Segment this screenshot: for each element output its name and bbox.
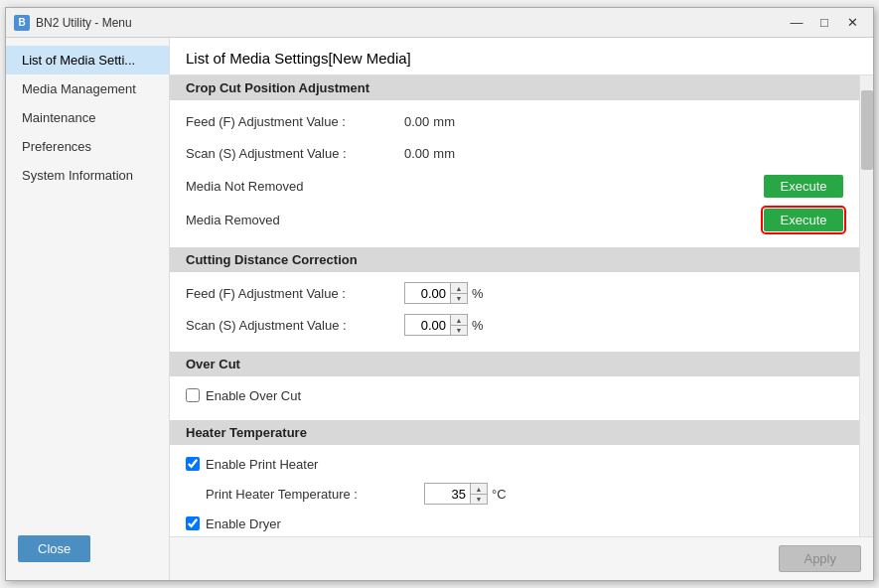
sidebar-bottom: Close	[6, 525, 169, 572]
print-heater-temp-spinner: ▲ ▼	[424, 483, 488, 505]
media-not-removed-execute-button[interactable]: Execute	[764, 175, 843, 198]
media-removed-execute-button[interactable]: Execute	[764, 209, 843, 231]
sidebar-item-system-information[interactable]: System Information	[6, 161, 169, 190]
sidebar-item-preferences[interactable]: Preferences	[6, 132, 169, 161]
print-heater-temp-row: Print Heater Temperature : ▲ ▼ °C	[186, 481, 843, 507]
section-heater-temperature-body: Enable Print Heater Print Heater Tempera…	[170, 445, 859, 536]
cutting-scan-up-arrow[interactable]: ▲	[451, 315, 467, 325]
cutting-feed-down-arrow[interactable]: ▼	[451, 293, 467, 303]
sidebar-item-media-management[interactable]: Media Management	[6, 74, 169, 103]
footer: Apply	[170, 536, 873, 580]
cutting-scan-row: Scan (S) Adjustment Value : ▲ ▼ %	[186, 312, 843, 338]
scrollbar-track[interactable]	[859, 75, 873, 536]
content-area: List of Media Setti... Media Management …	[6, 38, 873, 580]
media-removed-row: Media Removed Execute	[186, 206, 843, 233]
section-heater-temperature-header: Heater Temperature	[170, 420, 859, 445]
enable-dryer-label: Enable Dryer	[206, 516, 281, 531]
media-not-removed-row: Media Not Removed Execute	[186, 172, 843, 200]
cutting-feed-arrows: ▲ ▼	[450, 283, 467, 303]
print-heater-temp-unit: °C	[492, 487, 507, 502]
section-heater-temperature: Heater Temperature Enable Print Heater P…	[170, 420, 859, 536]
section-over-cut-body: Enable Over Cut	[170, 376, 859, 420]
section-crop-cut-body: Feed (F) Adjustment Value : 0.00 mm Scan…	[170, 100, 859, 247]
feed-adjustment-label: Feed (F) Adjustment Value :	[186, 114, 404, 129]
scan-adjustment-value: 0.00	[404, 146, 429, 161]
enable-dryer-row: Enable Dryer	[186, 513, 843, 534]
print-heater-temp-value[interactable]	[425, 485, 470, 504]
enable-over-cut-row: Enable Over Cut	[186, 384, 843, 406]
minimize-button[interactable]: —	[784, 13, 809, 33]
section-crop-cut: Crop Cut Position Adjustment Feed (F) Ad…	[170, 75, 859, 247]
maximize-button[interactable]: □	[811, 13, 837, 33]
section-crop-cut-header: Crop Cut Position Adjustment	[170, 75, 859, 100]
print-heater-temp-label: Print Heater Temperature :	[206, 487, 424, 502]
scrollbar-thumb[interactable]	[861, 90, 873, 170]
cutting-scan-arrows: ▲ ▼	[450, 315, 467, 335]
sidebar-item-list-media[interactable]: List of Media Setti...	[6, 46, 169, 74]
sidebar-item-maintenance[interactable]: Maintenance	[6, 103, 169, 132]
cutting-scan-value[interactable]	[405, 316, 450, 335]
feed-adjustment-row: Feed (F) Adjustment Value : 0.00 mm	[186, 108, 843, 134]
enable-over-cut-checkbox[interactable]	[186, 388, 200, 402]
print-heater-temp-down-arrow[interactable]: ▼	[471, 494, 487, 504]
enable-print-heater-label: Enable Print Heater	[206, 457, 318, 472]
cutting-feed-unit: %	[472, 286, 484, 301]
cutting-scan-down-arrow[interactable]: ▼	[451, 325, 467, 335]
feed-adjustment-value: 0.00	[404, 114, 429, 129]
print-heater-temp-up-arrow[interactable]: ▲	[471, 484, 487, 494]
cutting-feed-label: Feed (F) Adjustment Value :	[186, 286, 404, 301]
main-window: B BN2 Utility - Menu — □ ✕ List of Media…	[5, 7, 874, 581]
section-cutting-distance-body: Feed (F) Adjustment Value : ▲ ▼ %	[170, 272, 859, 352]
sidebar: List of Media Setti... Media Management …	[6, 38, 170, 580]
media-not-removed-label: Media Not Removed	[186, 179, 304, 194]
cutting-scan-spinner: ▲ ▼	[404, 314, 468, 336]
enable-over-cut-label: Enable Over Cut	[206, 388, 301, 403]
scan-adjustment-row: Scan (S) Adjustment Value : 0.00 mm	[186, 140, 843, 166]
section-cutting-distance-header: Cutting Distance Correction	[170, 247, 859, 272]
window-title: BN2 Utility - Menu	[36, 16, 784, 30]
enable-print-heater-checkbox[interactable]	[186, 457, 200, 471]
cutting-scan-unit: %	[472, 318, 484, 333]
section-over-cut: Over Cut Enable Over Cut	[170, 352, 859, 420]
main-content-wrapper: Crop Cut Position Adjustment Feed (F) Ad…	[170, 75, 873, 536]
scan-adjustment-unit: mm	[433, 146, 455, 161]
enable-print-heater-row: Enable Print Heater	[186, 453, 843, 475]
enable-dryer-checkbox[interactable]	[186, 516, 200, 530]
close-button[interactable]: Close	[18, 535, 90, 562]
page-title: List of Media Settings[New Media]	[186, 50, 411, 67]
section-cutting-distance: Cutting Distance Correction Feed (F) Adj…	[170, 247, 859, 352]
cutting-feed-spinner: ▲ ▼	[404, 282, 468, 304]
window-close-button[interactable]: ✕	[839, 13, 865, 33]
feed-adjustment-unit: mm	[433, 114, 455, 129]
app-icon: B	[14, 15, 30, 31]
cutting-feed-up-arrow[interactable]: ▲	[451, 283, 467, 293]
section-over-cut-header: Over Cut	[170, 352, 859, 376]
main-panel: List of Media Settings[New Media] Crop C…	[170, 38, 873, 580]
print-heater-temp-arrows: ▲ ▼	[470, 484, 487, 504]
media-removed-label: Media Removed	[186, 213, 280, 227]
cutting-feed-row: Feed (F) Adjustment Value : ▲ ▼ %	[186, 280, 843, 306]
titlebar: B BN2 Utility - Menu — □ ✕	[6, 8, 873, 38]
main-content: Crop Cut Position Adjustment Feed (F) Ad…	[170, 75, 859, 536]
cutting-scan-label: Scan (S) Adjustment Value :	[186, 318, 404, 333]
main-header: List of Media Settings[New Media]	[170, 38, 873, 75]
window-controls: — □ ✕	[784, 13, 865, 33]
scan-adjustment-label: Scan (S) Adjustment Value :	[186, 146, 404, 161]
apply-button: Apply	[779, 545, 861, 572]
cutting-feed-value[interactable]	[405, 284, 450, 303]
